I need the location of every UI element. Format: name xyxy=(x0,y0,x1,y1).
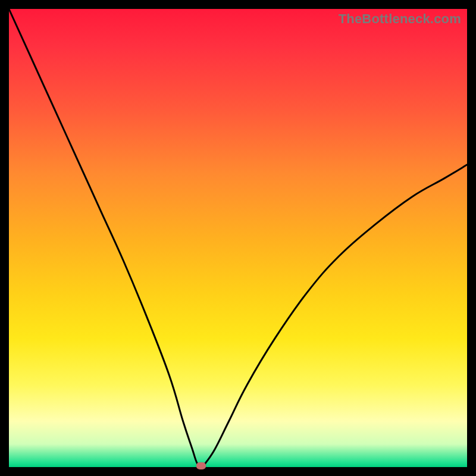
bottleneck-curve xyxy=(9,9,467,467)
optimal-marker xyxy=(196,462,206,469)
plot-area: TheBottleneck.com xyxy=(9,9,467,467)
curve-path xyxy=(9,9,467,467)
chart-frame: TheBottleneck.com xyxy=(0,0,476,476)
